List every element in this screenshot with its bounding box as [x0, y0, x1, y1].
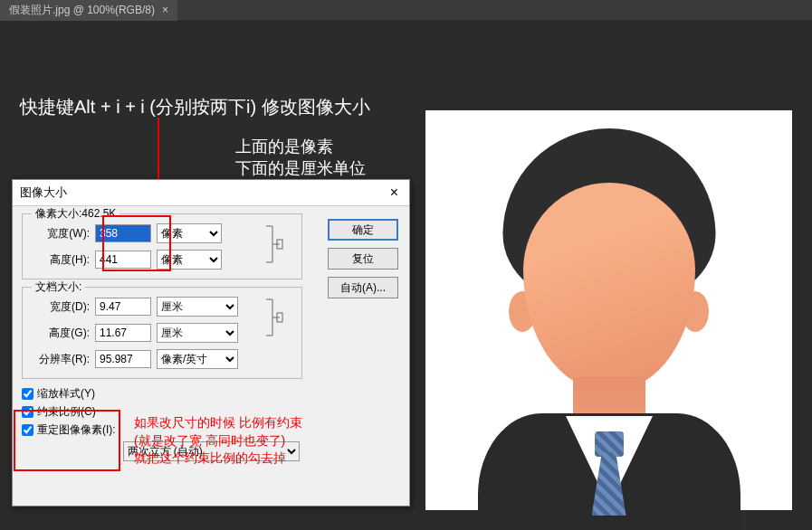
height-label: 高度(H): [37, 252, 90, 268]
annotation-title: 快捷键Alt + i + i (分别按两下i) 修改图像大小 [20, 95, 370, 119]
portrait-face [523, 183, 695, 391]
dwidth-input[interactable] [95, 298, 151, 316]
link-icon [262, 295, 283, 340]
pixel-legend: 像素大小:462.5K [32, 206, 119, 222]
cb2-label: 约束比例(C) [37, 404, 96, 420]
dheight-input[interactable] [95, 324, 151, 342]
red-line3: 就把这个约束比例的勾去掉 [134, 450, 302, 468]
res-input[interactable] [95, 350, 151, 368]
resample-checkbox[interactable] [22, 424, 33, 436]
cb3-label: 重定图像像素(I): [37, 422, 116, 438]
tab-label: 假装照片.jpg @ 100%(RGB/8) [9, 3, 155, 18]
dwidth-label: 宽度(D): [37, 299, 90, 315]
annotation-top: 上面的是像素 下面的是厘米单位 [235, 136, 366, 179]
annotation-top2: 下面的是厘米单位 [235, 157, 366, 179]
dheight-unit-select[interactable]: 厘米 [157, 323, 238, 343]
res-unit-select[interactable]: 像素/英寸 [157, 349, 238, 369]
reset-button[interactable]: 复位 [328, 248, 398, 270]
close-icon[interactable]: × [387, 185, 402, 201]
ok-button[interactable]: 确定 [328, 219, 398, 241]
link-icon [262, 222, 283, 267]
annotation-red-text: 如果改尺寸的时候 比例有约束 (就是改了宽 高同时也变了) 就把这个约束比例的勾… [134, 414, 302, 468]
constrain-checkbox[interactable] [22, 406, 33, 418]
close-icon[interactable]: × [162, 4, 168, 16]
scale-styles-checkbox[interactable] [22, 388, 33, 400]
res-label: 分辨率(R): [37, 352, 90, 367]
width-label: 宽度(W): [37, 226, 90, 241]
red-line2: (就是改了宽 高同时也变了) [134, 432, 302, 450]
doc-legend: 文档大小: [32, 279, 85, 295]
height-unit-select[interactable]: 像素 [157, 250, 222, 270]
width-unit-select[interactable]: 像素 [157, 223, 222, 243]
tab-bar: 假装照片.jpg @ 100%(RGB/8) × [0, 0, 812, 20]
dwidth-unit-select[interactable]: 厘米 [157, 297, 238, 317]
cb1-label: 缩放样式(Y) [37, 386, 95, 402]
height-input[interactable] [95, 251, 151, 269]
red-line1: 如果改尺寸的时候 比例有约束 [134, 414, 302, 432]
dialog-titlebar: 图像大小 × [13, 180, 409, 206]
dialog-title: 图像大小 [20, 185, 67, 201]
button-column: 确定 复位 自动(A)... [328, 219, 398, 298]
annotation-top1: 上面的是像素 [235, 136, 366, 157]
auto-button[interactable]: 自动(A)... [328, 277, 398, 298]
canvas-image [425, 110, 792, 510]
dheight-label: 高度(G): [37, 326, 90, 341]
width-input[interactable] [95, 224, 151, 242]
document-tab[interactable]: 假装照片.jpg @ 100%(RGB/8) × [0, 0, 177, 21]
